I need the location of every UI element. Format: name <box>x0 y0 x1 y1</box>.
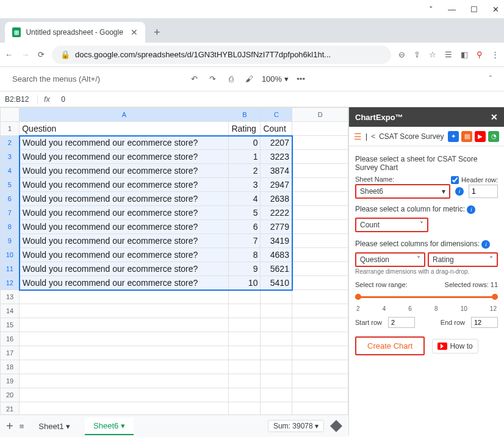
cell[interactable] <box>292 122 348 136</box>
wand-icon[interactable]: ✦ <box>448 131 459 142</box>
cell[interactable]: 8 <box>229 248 261 262</box>
cell[interactable] <box>292 360 348 374</box>
col-header-A[interactable]: A <box>20 108 229 122</box>
cell[interactable]: Rating <box>229 122 261 136</box>
row-header[interactable]: 10 <box>1 248 20 262</box>
cell[interactable] <box>292 192 348 206</box>
row-header[interactable]: 17 <box>1 346 20 360</box>
row-header[interactable]: 9 <box>1 234 20 248</box>
cell[interactable]: Would you recommend our ecommerce store? <box>20 220 229 234</box>
cell[interactable]: 5 <box>229 206 261 220</box>
cell[interactable]: Would you recommend our ecommerce store? <box>20 276 229 290</box>
cell[interactable]: 2207 <box>261 136 292 150</box>
sheet-tab-sheet1[interactable]: Sheet1 ▾ <box>30 418 79 435</box>
cell[interactable] <box>229 332 261 346</box>
cell[interactable]: Would you recommend our ecommerce store? <box>20 150 229 164</box>
start-row-input[interactable] <box>388 317 415 328</box>
cell[interactable]: Would you recommend our ecommerce store? <box>20 248 229 262</box>
formula-value[interactable]: 0 <box>56 95 504 104</box>
sheet-tab-sheet6[interactable]: Sheet6 ▾ <box>85 417 134 435</box>
cell[interactable]: 2 <box>229 164 261 178</box>
cell[interactable]: 10 <box>229 276 261 290</box>
cell[interactable]: 3874 <box>261 164 292 178</box>
cell[interactable] <box>20 304 229 318</box>
cell[interactable]: 5621 <box>261 262 292 276</box>
cell[interactable]: Would you recommend our ecommerce store? <box>20 136 229 150</box>
row-header[interactable]: 12 <box>1 276 20 290</box>
cell[interactable] <box>292 388 348 402</box>
ext2-icon[interactable]: ⚲ <box>477 50 483 59</box>
row-header[interactable]: 7 <box>1 206 20 220</box>
window-maximize-icon[interactable]: ☐ <box>470 5 478 14</box>
cell[interactable]: 2638 <box>261 192 292 206</box>
cell[interactable]: Would you recommend our ecommerce store? <box>20 206 229 220</box>
spreadsheet-grid[interactable]: ABCD1QuestionRatingCount2Would you recom… <box>0 107 348 435</box>
dimension1-select[interactable]: Question˅ <box>355 252 425 267</box>
cell[interactable] <box>261 332 292 346</box>
info-icon[interactable]: i <box>467 205 475 214</box>
zoom-indicator-icon[interactable]: ⊖ <box>398 50 405 59</box>
nav-forward-icon[interactable]: → <box>21 50 29 59</box>
share-icon[interactable]: ⇧ <box>414 50 420 59</box>
cell[interactable] <box>292 346 348 360</box>
undo-icon[interactable]: ↶ <box>189 73 201 85</box>
more-toolbar-icon[interactable]: ••• <box>295 73 307 85</box>
cell[interactable] <box>229 346 261 360</box>
cell[interactable]: 2779 <box>261 220 292 234</box>
cell[interactable] <box>20 346 229 360</box>
row-header[interactable]: 20 <box>1 388 20 402</box>
db-icon[interactable]: ▤ <box>461 131 472 142</box>
browser-tab[interactable]: ⊞ Untitled spreadsheet - Google Sh ✕ <box>5 22 145 43</box>
row-range-slider[interactable] <box>355 292 498 302</box>
cell[interactable] <box>20 360 229 374</box>
header-row-check[interactable] <box>451 176 459 184</box>
zoom-select[interactable]: 100% ▾ <box>262 74 289 83</box>
cell[interactable] <box>292 276 348 290</box>
col-header-B[interactable]: B <box>229 108 261 122</box>
row-header[interactable]: 6 <box>1 192 20 206</box>
cell[interactable] <box>229 388 261 402</box>
cell[interactable] <box>292 234 348 248</box>
cell[interactable] <box>261 374 292 388</box>
info-icon[interactable]: i <box>481 240 490 249</box>
corner-cell[interactable] <box>1 108 20 122</box>
cell[interactable]: Would you recommend our ecommerce store? <box>20 234 229 248</box>
star-icon[interactable]: ☆ <box>429 50 436 59</box>
sheet-select[interactable]: Sheet6▾ <box>355 184 450 199</box>
cell[interactable]: 4 <box>229 192 261 206</box>
cell[interactable] <box>292 136 348 150</box>
panel-close-icon[interactable]: ✕ <box>491 112 498 122</box>
header-row-input[interactable] <box>469 185 498 198</box>
paint-icon[interactable]: 🖌 <box>243 73 256 85</box>
cell[interactable] <box>292 206 348 220</box>
menu-icon[interactable]: ⋮ <box>491 50 499 59</box>
cell[interactable]: 3 <box>229 178 261 192</box>
cell[interactable] <box>261 318 292 332</box>
cell[interactable]: 4683 <box>261 248 292 262</box>
cell[interactable] <box>20 290 229 304</box>
cell[interactable]: Count <box>261 122 292 136</box>
cell[interactable] <box>229 360 261 374</box>
cell[interactable]: 9 <box>229 262 261 276</box>
cell[interactable] <box>229 374 261 388</box>
extension-icon[interactable]: ◧ <box>461 50 468 59</box>
row-header[interactable]: 18 <box>1 360 20 374</box>
how-to-button[interactable]: How to <box>432 339 478 354</box>
cell[interactable] <box>292 374 348 388</box>
panel-back-icon[interactable]: < <box>371 132 375 141</box>
cell[interactable] <box>292 164 348 178</box>
row-header[interactable]: 4 <box>1 164 20 178</box>
status-sum[interactable]: Sum: 39078 ▾ <box>268 420 324 432</box>
cell[interactable]: 5410 <box>261 276 292 290</box>
header-row-checkbox[interactable]: Header row: <box>451 176 498 184</box>
window-close-icon[interactable]: ✕ <box>492 5 499 14</box>
cell[interactable] <box>292 220 348 234</box>
redo-icon[interactable]: ↷ <box>207 73 219 85</box>
new-tab-button[interactable]: + <box>145 22 169 43</box>
cell[interactable]: 7 <box>229 234 261 248</box>
tab-close-icon[interactable]: ✕ <box>131 27 138 37</box>
cell[interactable] <box>229 290 261 304</box>
cell[interactable] <box>20 332 229 346</box>
cell[interactable] <box>229 318 261 332</box>
create-chart-button[interactable]: Create Chart <box>355 336 425 355</box>
